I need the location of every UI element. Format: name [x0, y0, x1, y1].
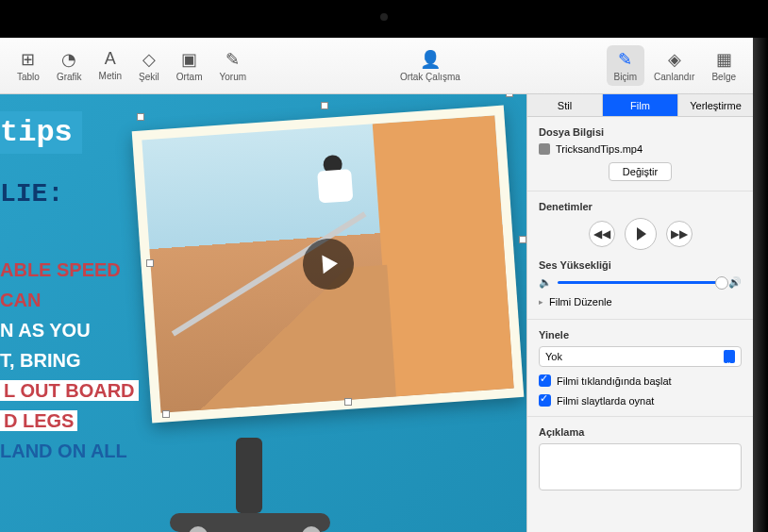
toolbar-chart[interactable]: ◔Grafik: [49, 45, 90, 86]
repeat-select[interactable]: Yok: [539, 346, 742, 367]
selection-handle[interactable]: [344, 398, 352, 406]
selection-handle[interactable]: [162, 410, 170, 418]
start-on-click-checkbox[interactable]: Filmi tıklandığında başlat: [539, 374, 742, 387]
description-textarea[interactable]: [539, 443, 742, 490]
laptop-edge: [753, 38, 768, 532]
document-icon: ▦: [716, 49, 732, 70]
selection-handle[interactable]: [506, 94, 513, 97]
volume-title: Ses Yüksekliği: [539, 259, 742, 271]
checkbox-checked-icon: [539, 374, 551, 387]
chart-icon: ◔: [61, 49, 76, 70]
media-icon: ▣: [181, 49, 197, 70]
slide-body-text: ABLE SPEED CAN N AS YOU T, BRING L OUT B…: [0, 255, 139, 466]
slide-title: tips: [0, 111, 82, 154]
selection-handle[interactable]: [137, 113, 144, 121]
movie-filename: TricksandTips.mp4: [556, 143, 643, 155]
play-button[interactable]: [625, 218, 657, 250]
toolbar-table[interactable]: ⊞Tablo: [9, 45, 47, 86]
movie-file-icon: [539, 143, 550, 155]
inspector-panel: Stil Film Yerleştirme Dosya Bilgisi Tric…: [526, 94, 753, 532]
controls-title: Denetimler: [539, 201, 742, 212]
volume-slider[interactable]: [558, 281, 723, 284]
description-title: Açıklama: [539, 426, 742, 438]
table-icon: ⊞: [21, 49, 35, 70]
file-info-title: Dosya Bilgisi: [539, 126, 742, 138]
forward-button[interactable]: ▶▶: [666, 221, 693, 247]
checkbox-checked-icon: [539, 394, 551, 407]
shape-icon: ◇: [142, 49, 156, 70]
toolbar: ⊞Tablo ◔Grafik AMetin ◇Şekil ▣Ortam ✎Yor…: [0, 38, 753, 94]
tab-arrange[interactable]: Yerleştirme: [678, 94, 753, 116]
toolbar-comment[interactable]: ✎Yorum: [212, 45, 255, 86]
repeat-title: Yinele: [539, 329, 742, 341]
skateboard-graphic: [160, 438, 349, 532]
slide-subtitle: LIE:: [0, 179, 63, 208]
select-caret-icon: [724, 350, 735, 363]
rewind-button[interactable]: ◀◀: [589, 221, 615, 247]
tab-style[interactable]: Stil: [527, 94, 603, 116]
toolbar-text[interactable]: AMetin: [92, 45, 129, 86]
section-repeat: Yinele Yok Filmi tıklandığında başlat Fi…: [527, 320, 753, 417]
animate-icon: ◈: [668, 49, 681, 70]
slide-canvas[interactable]: tips LIE: ABLE SPEED CAN N AS YOU T, BRI…: [0, 94, 526, 532]
toolbar-document[interactable]: ▦Belge: [704, 45, 743, 86]
comment-icon: ✎: [225, 49, 240, 70]
toolbar-collaborate[interactable]: 👤Ortak Çalışma: [392, 45, 468, 86]
camera: [380, 13, 388, 21]
selection-handle[interactable]: [519, 236, 526, 243]
selection-handle[interactable]: [321, 102, 328, 109]
movie-object[interactable]: [132, 106, 525, 424]
collaborate-icon: 👤: [420, 49, 441, 70]
section-file-info: Dosya Bilgisi TricksandTips.mp4 Değiştir: [527, 117, 753, 191]
toolbar-left-group: ⊞Tablo ◔Grafik AMetin ◇Şekil ▣Ortam ✎Yor…: [9, 45, 254, 86]
toolbar-right-group: ✎Biçim ◈Canlandır ▦Belge: [607, 45, 743, 86]
tab-movie[interactable]: Film: [603, 94, 678, 116]
format-icon: ✎: [618, 49, 632, 70]
section-controls: Denetimler ◀◀ ▶▶ Ses Yüksekliği 🔈 🔊 Film…: [527, 191, 753, 320]
play-across-slides-checkbox[interactable]: Filmi slaytlarda oynat: [539, 394, 742, 407]
selection-handle[interactable]: [146, 259, 154, 267]
text-icon: A: [105, 49, 116, 69]
inspector-tabs: Stil Film Yerleştirme: [527, 94, 753, 117]
volume-high-icon: 🔊: [728, 276, 742, 289]
toolbar-media[interactable]: ▣Ortam: [169, 45, 210, 86]
edit-movie-disclosure[interactable]: Filmi Düzenle: [539, 289, 742, 309]
toolbar-animate[interactable]: ◈Canlandır: [646, 45, 702, 86]
toolbar-shape[interactable]: ◇Şekil: [131, 45, 167, 86]
volume-low-icon: 🔈: [539, 276, 552, 289]
section-description: Açıklama: [527, 417, 753, 500]
change-file-button[interactable]: Değiştir: [609, 162, 672, 181]
toolbar-format[interactable]: ✎Biçim: [607, 45, 644, 86]
repeat-value: Yok: [545, 351, 562, 362]
